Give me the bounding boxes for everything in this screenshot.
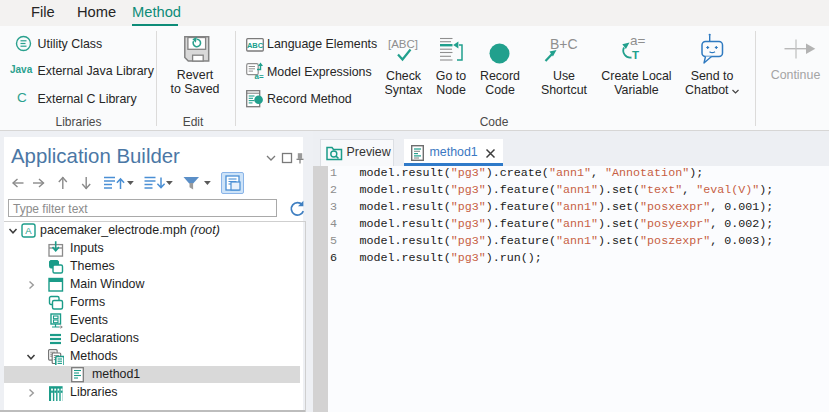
svg-text:a=: a= (255, 72, 264, 80)
svg-text:B+C: B+C (550, 36, 578, 52)
svg-text:T: T (632, 49, 639, 61)
svg-text:A: A (25, 225, 32, 236)
svg-text:ABC: ABC (246, 40, 263, 49)
svg-text:a=: a= (630, 33, 646, 48)
